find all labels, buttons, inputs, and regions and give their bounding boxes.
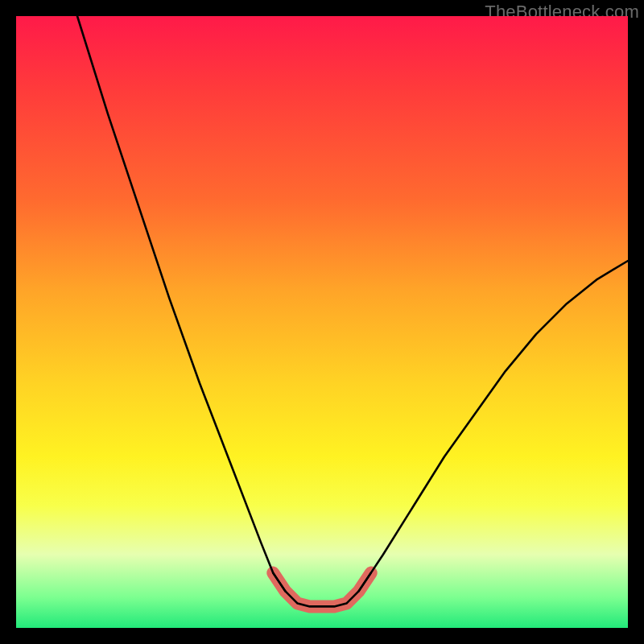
valley-highlight: [273, 573, 371, 607]
chart-frame: TheBottleneck.com: [0, 0, 644, 644]
chart-svg: [16, 16, 628, 628]
plot-area: [16, 16, 628, 628]
curve-left: [77, 16, 285, 591]
curve-right: [359, 261, 628, 591]
